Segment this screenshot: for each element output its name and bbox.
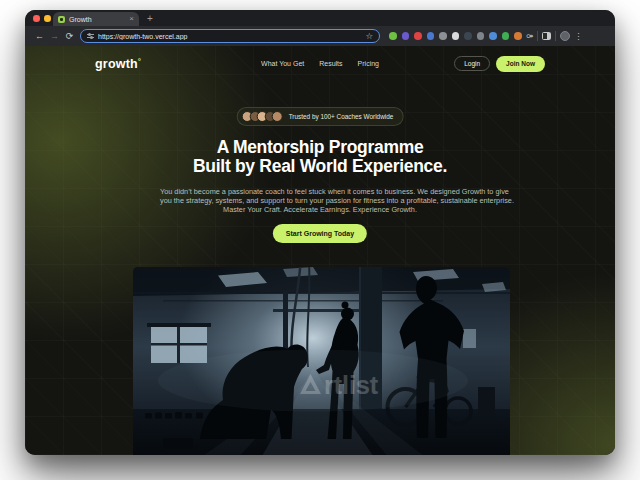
nav-link-results[interactable]: Results <box>319 60 342 67</box>
wall-light <box>463 329 476 348</box>
site-navbar: growth° What You Get Results Pricing Log… <box>95 53 545 74</box>
description-line: You didn’t become a passionate coach to … <box>160 187 480 196</box>
browser-menu-icon[interactable]: ⋮ <box>574 32 582 41</box>
site-logo[interactable]: growth° <box>95 57 141 71</box>
gym-equipment <box>478 387 495 418</box>
description-line: Master Your Craft. Accelerate Earnings. … <box>160 205 480 214</box>
page-viewport: growth° What You Get Results Pricing Log… <box>25 46 615 455</box>
new-tab-button[interactable]: + <box>147 13 153 24</box>
address-bar[interactable]: https://growth-two.vercel.app ☆ <box>80 29 380 44</box>
minimize-window-button[interactable] <box>44 15 51 22</box>
extension-icon[interactable] <box>514 32 522 40</box>
extension-icon[interactable] <box>414 32 422 40</box>
bookmark-star-icon[interactable]: ☆ <box>365 32 373 40</box>
extension-icon[interactable] <box>427 32 435 40</box>
close-window-button[interactable] <box>33 15 40 22</box>
browser-window: Growth × + ← → ⟳ https://growth-two.verc… <box>25 10 615 455</box>
coach-avatars <box>242 111 283 122</box>
headline-line: A Mentorship Programme <box>25 138 615 157</box>
extension-icon[interactable] <box>502 32 510 40</box>
watermark-text: rtlist <box>324 371 379 399</box>
hero-description: You didn’t become a passionate coach to … <box>160 187 480 215</box>
headline-line: Built by Real World Experience. <box>25 157 615 176</box>
forward-icon[interactable]: → <box>47 32 62 41</box>
close-tab-icon[interactable]: × <box>129 15 134 23</box>
nav-links: What You Get Results Pricing <box>261 60 379 67</box>
description-line: you the strategy, systems, and support t… <box>160 196 480 205</box>
browser-toolbar: ← → ⟳ https://growth-two.vercel.app ☆ ⚩ … <box>25 26 615 46</box>
hero-headline: A Mentorship Programme Built by Real Wor… <box>25 138 615 175</box>
browser-tab[interactable]: Growth × <box>53 12 139 26</box>
reload-icon[interactable]: ⟳ <box>62 32 77 41</box>
join-now-button[interactable]: Join Now <box>496 56 545 72</box>
extension-icon[interactable] <box>477 32 485 40</box>
tab-title: Growth <box>69 16 125 23</box>
nav-link-pricing[interactable]: Pricing <box>358 60 379 67</box>
url-text[interactable]: https://growth-two.vercel.app <box>98 33 361 40</box>
logo-degree-mark: ° <box>138 57 141 66</box>
toolbar-divider <box>555 31 556 41</box>
site-favicon-icon <box>58 16 65 23</box>
extension-icon[interactable] <box>464 32 472 40</box>
nav-actions: Login Join Now <box>454 56 545 72</box>
extension-icon[interactable] <box>439 32 447 40</box>
profile-avatar[interactable] <box>560 31 570 41</box>
trusted-badge-text: Trusted by 100+ Coaches Worldwide <box>289 113 394 120</box>
tab-strip: Growth × + <box>25 10 615 26</box>
gym-scene: rtlist <box>133 267 510 455</box>
extension-icon[interactable] <box>452 32 460 40</box>
toolbar-divider <box>537 31 538 41</box>
login-button[interactable]: Login <box>454 56 490 71</box>
extension-icon[interactable] <box>389 32 397 40</box>
side-panel-icon[interactable] <box>542 32 551 40</box>
extensions-puzzle-icon[interactable]: ⚩ <box>527 32 534 41</box>
nav-link-what-you-get[interactable]: What You Get <box>261 60 304 67</box>
extension-icon[interactable] <box>489 32 497 40</box>
site-settings-icon[interactable] <box>87 34 94 38</box>
hero-image: rtlist <box>133 267 510 455</box>
back-icon[interactable]: ← <box>32 32 47 41</box>
avatar <box>272 111 283 122</box>
trusted-badge: Trusted by 100+ Coaches Worldwide <box>237 107 404 126</box>
extension-icon[interactable] <box>402 32 410 40</box>
start-growing-button[interactable]: Start Growing Today <box>273 224 367 243</box>
extension-icons <box>389 32 522 40</box>
